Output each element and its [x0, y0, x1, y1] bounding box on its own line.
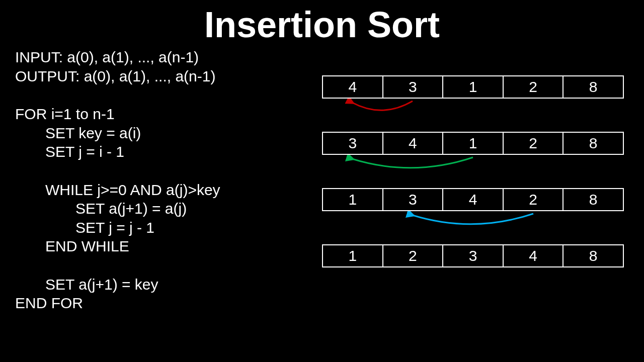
array-cell: 3: [443, 245, 504, 266]
array-visualization: 4 3 1 2 8 3 4 1 2 8: [322, 75, 629, 281]
array-cell: 3: [383, 189, 444, 210]
array-cell: 8: [564, 245, 623, 266]
array-cell: 2: [504, 133, 564, 154]
array-cell: 2: [504, 189, 564, 210]
code-line: SET j = i - 1: [15, 142, 220, 161]
code-line: SET j = j - 1: [15, 218, 220, 237]
array-cell: 8: [564, 189, 623, 210]
array-cell: 8: [564, 76, 623, 98]
code-line: END FOR: [15, 294, 220, 313]
swap-arrow-icon: [322, 211, 624, 231]
swap-arrow-icon: [322, 99, 624, 119]
code-line: WHILE j>=0 AND a(j)>key: [15, 180, 220, 200]
array-cell: 4: [323, 76, 383, 98]
code-line: SET key = a(i): [15, 124, 220, 143]
array-step-2: 3 4 1 2 8: [322, 132, 629, 175]
array-step-3: 1 3 4 2 8: [322, 188, 629, 231]
code-line: SET a(j+1) = key: [15, 275, 220, 294]
array-cell: 2: [383, 245, 444, 266]
page-title: Insertion Sort: [0, 0, 644, 45]
code-line: END WHILE: [15, 237, 220, 256]
array-cell: 3: [383, 76, 444, 98]
array-cell: 1: [323, 245, 383, 266]
code-line: OUTPUT: a(0), a(1), ..., a(n-1): [15, 67, 220, 86]
array-cell: 1: [443, 133, 504, 154]
array-cell: 4: [383, 133, 444, 154]
array-cell: 8: [564, 133, 623, 154]
code-line: INPUT: a(0), a(1), ..., a(n-1): [15, 48, 220, 67]
array-cell: 4: [443, 189, 504, 210]
pseudocode-block: INPUT: a(0), a(1), ..., a(n-1) OUTPUT: a…: [15, 48, 220, 313]
array-cell: 1: [323, 189, 383, 210]
code-line: SET a(j+1) = a(j): [15, 199, 220, 218]
array-cell: 2: [504, 76, 564, 98]
array-cell: 3: [323, 133, 383, 154]
swap-arrow-icon: [322, 155, 624, 175]
array-cell: 1: [443, 76, 504, 98]
array-cell: 4: [504, 245, 564, 266]
code-line: FOR i=1 to n-1: [15, 105, 220, 124]
array-step-1: 4 3 1 2 8: [322, 75, 629, 119]
array-step-4: 1 2 3 4 8: [322, 244, 629, 267]
